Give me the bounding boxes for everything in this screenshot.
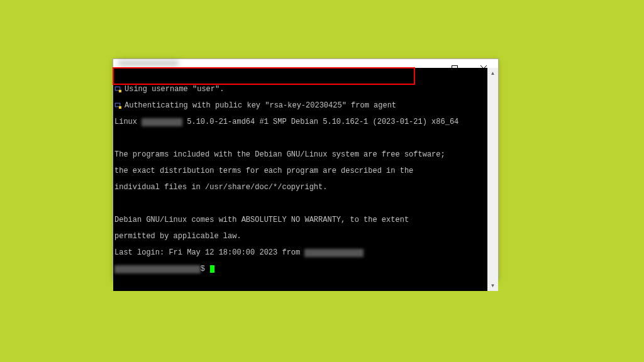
hostname-redacted: XXXXXXXXX: [142, 118, 182, 126]
motd-line-5: permitted by applicable law.: [114, 233, 486, 241]
prompt-dollar: $: [201, 265, 209, 273]
prompt-line[interactable]: XXXXXXXXXXXXXXXXXXX$: [114, 265, 486, 273]
terminal-area: Using username "user". Authenticating wi…: [113, 68, 498, 291]
auth-text-2: Authenticating with public key "rsa-key-…: [125, 102, 396, 110]
blank-line: [114, 134, 486, 143]
scrollbar[interactable]: ▲ ▼: [487, 68, 498, 291]
motd-line-1: The programs included with the Debian GN…: [114, 151, 486, 159]
lastlogin-prefix: Last login: Fri May 12 18:00:00 2023 fro…: [114, 249, 304, 257]
scroll-up-button[interactable]: ▲: [487, 68, 498, 79]
auth-line-1: Using username "user".: [114, 85, 486, 94]
terminal-output[interactable]: Using username "user". Authenticating wi…: [113, 68, 487, 291]
lastlogin-line: Last login: Fri May 12 18:00:00 2023 fro…: [114, 249, 486, 257]
auth-line-2: Authenticating with public key "rsa-key-…: [114, 102, 486, 110]
auth-text-1: Using username "user".: [125, 85, 224, 94]
svg-rect-5: [116, 87, 119, 90]
kernel-suffix: 5.10.0-21-amd64 #1 SMP Debian 5.10.162-1…: [182, 118, 458, 126]
kernel-line: Linux XXXXXXXXX 5.10.0-21-amd64 #1 SMP D…: [114, 118, 486, 126]
window-title: XXXXXXXXXXXX: [118, 59, 179, 68]
putty-icon: [114, 102, 122, 109]
highlight-annotation: [113, 68, 415, 85]
lastlogin-ip-redacted: XXXXXXXXXXXXX: [304, 249, 364, 257]
motd-line-3: individual files in /usr/share/doc/*/cop…: [114, 184, 486, 192]
putty-icon: [114, 85, 122, 93]
terminal-cursor: [210, 265, 214, 273]
blank-line: [114, 200, 486, 208]
kernel-prefix: Linux: [114, 118, 142, 126]
titlebar[interactable]: XXXXXXXXXXXX: [113, 59, 498, 68]
svg-rect-9: [119, 106, 121, 109]
motd-line-4: Debian GNU/Linux comes with ABSOLUTELY N…: [114, 216, 486, 224]
svg-rect-8: [116, 104, 119, 106]
svg-rect-6: [119, 90, 121, 92]
prompt-user-host-redacted: XXXXXXXXXXXXXXXXXXX: [114, 265, 201, 273]
scroll-down-button[interactable]: ▼: [487, 280, 498, 291]
terminal-window: XXXXXXXXXXXX Using username "user". Auth…: [113, 58, 499, 280]
motd-line-2: the exact distribution terms for each pr…: [114, 167, 486, 175]
